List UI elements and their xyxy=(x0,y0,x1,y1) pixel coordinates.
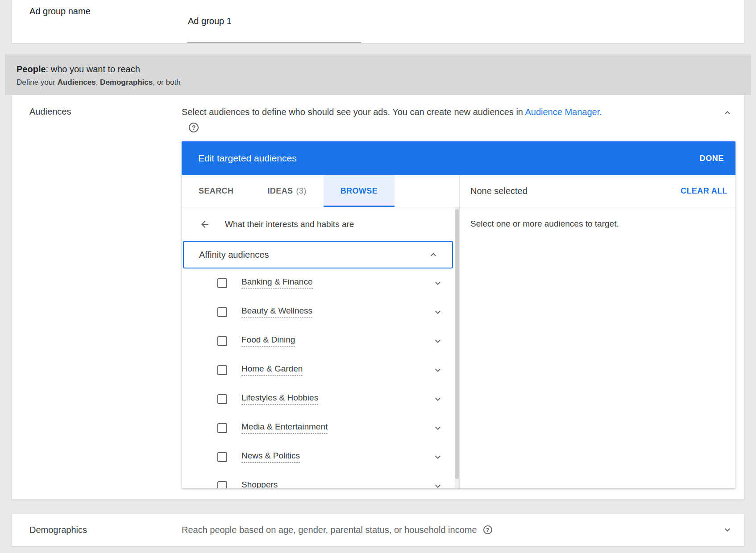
back-arrow-icon[interactable] xyxy=(199,219,210,230)
list-item: Banking & Finance xyxy=(182,268,459,297)
audiences-description: Select audiences to define who should se… xyxy=(182,106,735,118)
audience-label[interactable]: Beauty & Wellness xyxy=(241,306,312,318)
scrollbar[interactable] xyxy=(455,207,459,488)
picker-tabs: SEARCH IDEAS (3) BROWSE xyxy=(182,175,459,207)
selection-header: None selected CLEAR ALL xyxy=(460,175,735,207)
demographics-label: Demographics xyxy=(29,525,182,535)
chevron-down-icon[interactable] xyxy=(432,423,443,433)
tab-ideas-count: (3) xyxy=(296,186,306,196)
picker-body: SEARCH IDEAS (3) BROWSE What their inter… xyxy=(182,175,735,488)
audience-checkbox[interactable] xyxy=(217,423,227,433)
list-item: Media & Entertainment xyxy=(182,413,459,442)
ad-group-name-label: Ad group name xyxy=(29,4,182,43)
selection-status: None selected xyxy=(470,186,528,196)
audience-label[interactable]: Food & Dining xyxy=(241,335,295,347)
tab-browse[interactable]: BROWSE xyxy=(324,175,395,207)
chevron-up-icon[interactable] xyxy=(428,249,439,260)
ad-group-name-input[interactable] xyxy=(187,4,361,43)
affinity-audiences-label: Affinity audiences xyxy=(199,250,269,260)
list-item: News & Politics xyxy=(182,442,459,471)
chevron-down-icon[interactable] xyxy=(432,481,443,489)
clear-all-button[interactable]: CLEAR ALL xyxy=(681,186,727,196)
chevron-down-icon[interactable] xyxy=(432,278,443,289)
people-title-bold: People xyxy=(17,64,46,74)
people-section-header: People: who you want to reach Define you… xyxy=(5,54,751,95)
help-icon[interactable]: ? xyxy=(189,123,199,132)
picker-title: Edit targeted audiences xyxy=(198,153,297,164)
demographics-description: Reach people based on age, gender, paren… xyxy=(182,525,492,535)
list-item: Home & Garden xyxy=(182,355,459,384)
audience-checkbox[interactable] xyxy=(217,365,227,375)
list-item: Lifestyles & Hobbies xyxy=(182,384,459,413)
audience-picker: Edit targeted audiences DONE SEARCH IDEA… xyxy=(182,141,735,488)
list-item: Beauty & Wellness xyxy=(182,297,459,326)
demographics-card[interactable]: Demographics Reach people based on age, … xyxy=(12,514,744,546)
people-subtitle: Define your Audiences, Demographics, or … xyxy=(17,78,739,87)
people-title-rest: : who you want to reach xyxy=(46,64,140,74)
chevron-down-icon[interactable] xyxy=(432,394,443,404)
chevron-down-icon[interactable] xyxy=(432,452,443,462)
picker-titlebar: Edit targeted audiences DONE xyxy=(182,141,735,175)
selection-hint: Select one or more audiences to target. xyxy=(460,207,735,240)
list-item: Shoppers xyxy=(182,471,459,488)
picker-right-pane: None selected CLEAR ALL Select one or mo… xyxy=(459,175,735,488)
tab-search[interactable]: SEARCH xyxy=(182,175,250,207)
collapse-section-icon[interactable] xyxy=(722,107,733,118)
audience-label[interactable]: Banking & Finance xyxy=(241,277,313,289)
audiences-card: Audiences Select audiences to define who… xyxy=(12,95,744,499)
ad-group-name-card: Ad group name xyxy=(12,0,744,43)
audience-checkbox[interactable] xyxy=(217,278,227,288)
breadcrumb-label: What their interests and habits are xyxy=(225,219,354,229)
audience-checkbox[interactable] xyxy=(217,307,227,317)
chevron-down-icon[interactable] xyxy=(432,365,443,376)
audiences-content: Select audiences to define who should se… xyxy=(182,106,735,488)
list-item: Food & Dining xyxy=(182,326,459,355)
audiences-label: Audiences xyxy=(29,106,182,488)
picker-left-pane: SEARCH IDEAS (3) BROWSE What their inter… xyxy=(182,175,459,488)
audience-manager-link[interactable]: Audience Manager. xyxy=(525,107,602,117)
audience-label[interactable]: Shoppers xyxy=(241,480,278,488)
chevron-down-icon[interactable] xyxy=(722,524,733,535)
people-title: People: who you want to reach xyxy=(17,64,739,74)
chevron-down-icon[interactable] xyxy=(432,336,443,347)
audience-label[interactable]: Media & Entertainment xyxy=(241,422,328,434)
audience-label[interactable]: News & Politics xyxy=(241,451,300,463)
affinity-audiences-group[interactable]: Affinity audiences xyxy=(183,241,453,268)
done-button[interactable]: DONE xyxy=(700,154,724,163)
audience-checkbox[interactable] xyxy=(217,452,227,462)
help-icon[interactable]: ? xyxy=(483,525,492,534)
breadcrumb: What their interests and habits are xyxy=(182,207,459,241)
audience-checkbox[interactable] xyxy=(217,394,227,404)
audience-checkbox[interactable] xyxy=(217,481,227,489)
scrollbar-thumb[interactable] xyxy=(455,209,459,479)
audience-checkbox[interactable] xyxy=(217,336,227,346)
audience-label[interactable]: Home & Garden xyxy=(241,364,303,376)
audience-list: Banking & Finance Beauty & Wellness Food… xyxy=(182,268,459,488)
tab-ideas[interactable]: IDEAS (3) xyxy=(250,175,323,207)
audience-label[interactable]: Lifestyles & Hobbies xyxy=(241,393,318,405)
chevron-down-icon[interactable] xyxy=(432,307,443,318)
